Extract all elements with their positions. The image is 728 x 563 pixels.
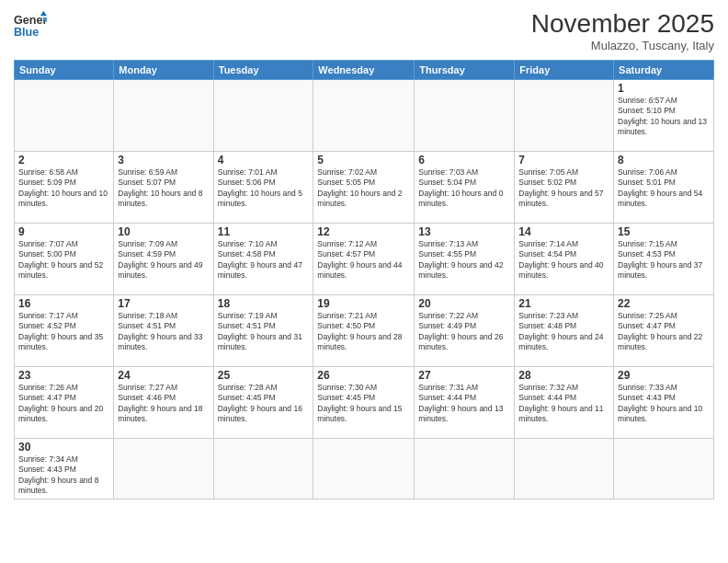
day-22: 22 Sunrise: 7:25 AMSunset: 4:47 PMDaylig… [614, 295, 714, 367]
table-row: 23 Sunrise: 7:26 AMSunset: 4:47 PMDaylig… [15, 367, 714, 439]
day-12: 12 Sunrise: 7:12 AMSunset: 4:57 PMDaylig… [313, 224, 415, 295]
day-11: 11 Sunrise: 7:10 AMSunset: 4:58 PMDaylig… [213, 224, 313, 295]
svg-text:Blue: Blue [14, 26, 39, 39]
table-row: 9 Sunrise: 7:07 AMSunset: 5:00 PMDayligh… [15, 224, 714, 295]
day-30: 30 Sunrise: 7:34 AMSunset: 4:43 PMDaylig… [15, 439, 114, 500]
empty-cell [313, 80, 415, 152]
title-area: November 2025 Mulazzo, Tuscany, Italy [531, 9, 714, 52]
day-16: 16 Sunrise: 7:17 AMSunset: 4:52 PMDaylig… [15, 295, 114, 367]
day-15: 15 Sunrise: 7:15 AMSunset: 4:53 PMDaylig… [614, 224, 714, 295]
day-28: 28 Sunrise: 7:32 AMSunset: 4:44 PMDaylig… [515, 367, 614, 439]
day-7: 7 Sunrise: 7:05 AMSunset: 5:02 PMDayligh… [515, 152, 614, 224]
day-24: 24 Sunrise: 7:27 AMSunset: 4:46 PMDaylig… [114, 367, 213, 439]
table-row: 2 Sunrise: 6:58 AMSunset: 5:09 PMDayligh… [15, 152, 714, 224]
day-17: 17 Sunrise: 7:18 AMSunset: 4:51 PMDaylig… [114, 295, 213, 367]
empty-cell [515, 439, 614, 500]
day-4: 4 Sunrise: 7:01 AMSunset: 5:06 PMDayligh… [213, 152, 313, 224]
day-21: 21 Sunrise: 7:23 AMSunset: 4:48 PMDaylig… [515, 295, 614, 367]
day-27: 27 Sunrise: 7:31 AMSunset: 4:44 PMDaylig… [415, 367, 515, 439]
empty-cell [213, 439, 313, 500]
weekday-header-row: Sunday Monday Tuesday Wednesday Thursday… [15, 61, 714, 80]
header-thursday: Thursday [415, 61, 515, 80]
day-26: 26 Sunrise: 7:30 AMSunset: 4:45 PMDaylig… [313, 367, 415, 439]
day-8: 8 Sunrise: 7:06 AMSunset: 5:01 PMDayligh… [614, 152, 714, 224]
subtitle: Mulazzo, Tuscany, Italy [531, 39, 714, 52]
month-title: November 2025 [531, 9, 714, 39]
header: General Blue November 2025 Mulazzo, Tusc… [14, 9, 714, 52]
empty-cell [15, 80, 114, 152]
header-tuesday: Tuesday [213, 61, 313, 80]
day-1: 1 Sunrise: 6:57 AMSunset: 5:10 PMDayligh… [614, 80, 714, 152]
page: General Blue November 2025 Mulazzo, Tusc… [0, 0, 728, 563]
day-18: 18 Sunrise: 7:19 AMSunset: 4:51 PMDaylig… [213, 295, 313, 367]
calendar-table: Sunday Monday Tuesday Wednesday Thursday… [14, 60, 714, 500]
day-29: 29 Sunrise: 7:33 AMSunset: 4:43 PMDaylig… [614, 367, 714, 439]
header-saturday: Saturday [614, 61, 714, 80]
day-13: 13 Sunrise: 7:13 AMSunset: 4:55 PMDaylig… [415, 224, 515, 295]
logo-area: General Blue [14, 9, 47, 42]
header-wednesday: Wednesday [313, 61, 415, 80]
empty-cell [213, 80, 313, 152]
day-3: 3 Sunrise: 6:59 AMSunset: 5:07 PMDayligh… [114, 152, 213, 224]
logo-icon: General Blue [14, 9, 47, 42]
empty-cell [415, 439, 515, 500]
table-row: 30 Sunrise: 7:34 AMSunset: 4:43 PMDaylig… [15, 439, 714, 500]
empty-cell [114, 439, 213, 500]
day-20: 20 Sunrise: 7:22 AMSunset: 4:49 PMDaylig… [415, 295, 515, 367]
empty-cell [515, 80, 614, 152]
table-row: 1 Sunrise: 6:57 AMSunset: 5:10 PMDayligh… [15, 80, 714, 152]
empty-cell [114, 80, 213, 152]
day-14: 14 Sunrise: 7:14 AMSunset: 4:54 PMDaylig… [515, 224, 614, 295]
day-25: 25 Sunrise: 7:28 AMSunset: 4:45 PMDaylig… [213, 367, 313, 439]
empty-cell [614, 439, 714, 500]
day-23: 23 Sunrise: 7:26 AMSunset: 4:47 PMDaylig… [15, 367, 114, 439]
day-5: 5 Sunrise: 7:02 AMSunset: 5:05 PMDayligh… [313, 152, 415, 224]
day-2: 2 Sunrise: 6:58 AMSunset: 5:09 PMDayligh… [15, 152, 114, 224]
header-monday: Monday [114, 61, 213, 80]
header-sunday: Sunday [15, 61, 114, 80]
day-6: 6 Sunrise: 7:03 AMSunset: 5:04 PMDayligh… [415, 152, 515, 224]
empty-cell [313, 439, 415, 500]
table-row: 16 Sunrise: 7:17 AMSunset: 4:52 PMDaylig… [15, 295, 714, 367]
day-9: 9 Sunrise: 7:07 AMSunset: 5:00 PMDayligh… [15, 224, 114, 295]
empty-cell [415, 80, 515, 152]
header-friday: Friday [515, 61, 614, 80]
day-10: 10 Sunrise: 7:09 AMSunset: 4:59 PMDaylig… [114, 224, 213, 295]
day-19: 19 Sunrise: 7:21 AMSunset: 4:50 PMDaylig… [313, 295, 415, 367]
